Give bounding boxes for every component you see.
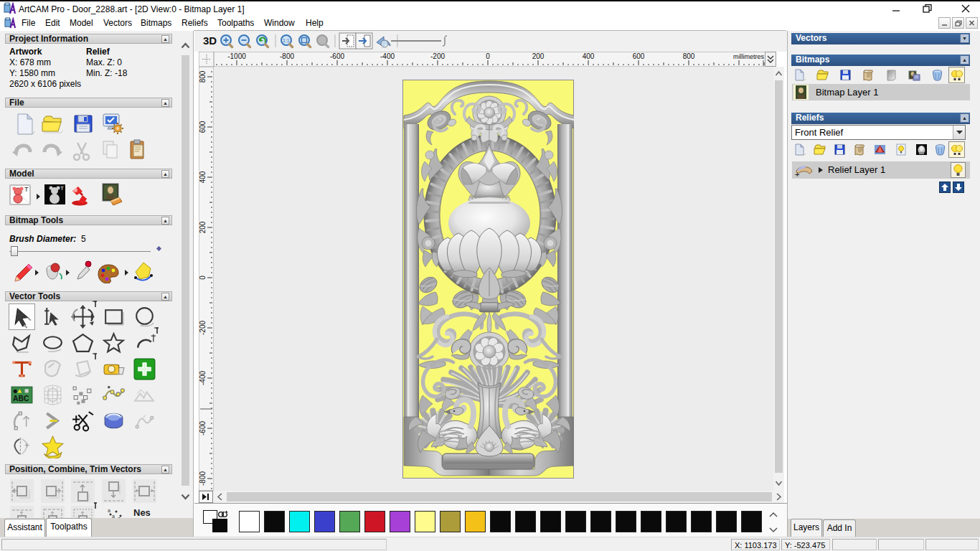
svg-text:-600: -600 bbox=[199, 421, 207, 435]
svg-text:T: T bbox=[24, 186, 29, 193]
svg-text:-400: -400 bbox=[199, 371, 207, 385]
svg-text:-600: -600 bbox=[330, 52, 344, 60]
svg-text:200: 200 bbox=[199, 221, 207, 233]
svg-text:400: 400 bbox=[583, 52, 595, 60]
svg-text:-1000: -1000 bbox=[227, 52, 246, 60]
svg-text:-800: -800 bbox=[280, 52, 294, 60]
svg-text:-400: -400 bbox=[380, 52, 395, 60]
svg-text:ABC: ABC bbox=[13, 395, 29, 402]
svg-text:millimetres: millimetres bbox=[733, 53, 765, 60]
svg-text:400: 400 bbox=[199, 171, 207, 183]
svg-text:200: 200 bbox=[532, 52, 545, 60]
svg-text:0: 0 bbox=[486, 52, 490, 60]
svg-text:1:1: 1:1 bbox=[283, 38, 290, 43]
svg-text:-200: -200 bbox=[199, 321, 207, 335]
svg-text:+: + bbox=[795, 170, 799, 178]
svg-text:600: 600 bbox=[199, 121, 207, 133]
svg-text:-800: -800 bbox=[199, 471, 207, 486]
svg-text:600: 600 bbox=[633, 52, 645, 60]
svg-text:0: 0 bbox=[199, 276, 207, 280]
svg-text:800: 800 bbox=[199, 70, 207, 83]
svg-text:a: a bbox=[108, 508, 110, 513]
svg-text:-200: -200 bbox=[430, 52, 445, 60]
svg-text:3D: 3D bbox=[203, 34, 217, 47]
svg-text:T: T bbox=[60, 185, 64, 192]
svg-text:800: 800 bbox=[683, 52, 695, 60]
